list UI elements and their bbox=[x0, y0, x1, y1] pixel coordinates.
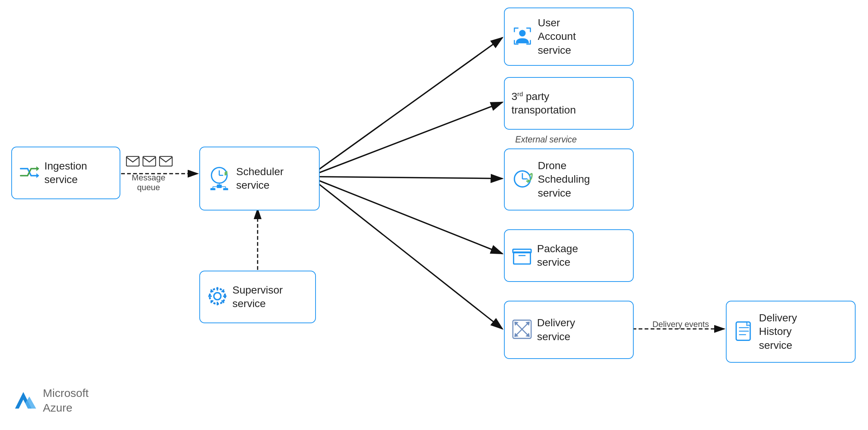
svg-rect-20 bbox=[223, 188, 228, 190]
delivery-history-service-label: DeliveryHistoryservice bbox=[759, 311, 797, 352]
svg-line-44 bbox=[516, 324, 522, 329]
third-party-service-label: 3rd partytransportation bbox=[511, 90, 576, 117]
user-account-icon bbox=[511, 25, 533, 48]
svg-rect-13 bbox=[143, 156, 156, 166]
svg-marker-11 bbox=[36, 166, 39, 171]
svg-line-6 bbox=[317, 177, 502, 179]
delivery-history-icon bbox=[733, 321, 754, 343]
delivery-history-service-box: DeliveryHistoryservice bbox=[726, 301, 856, 363]
svg-line-50 bbox=[516, 329, 522, 335]
azure-logo-text: MicrosoftAzure bbox=[43, 386, 89, 415]
scheduler-icon bbox=[207, 165, 232, 192]
ingestion-service-label: Ingestionservice bbox=[44, 159, 87, 187]
svg-rect-41 bbox=[513, 249, 531, 253]
svg-line-8 bbox=[317, 182, 502, 329]
scheduler-service-box: Schedulerservice bbox=[199, 147, 320, 210]
drone-scheduling-icon bbox=[511, 168, 533, 191]
svg-marker-10 bbox=[36, 173, 39, 178]
svg-line-5 bbox=[317, 102, 502, 174]
supervisor-service-label: Supervisorservice bbox=[232, 283, 283, 311]
package-service-label: Packageservice bbox=[537, 242, 578, 270]
svg-rect-14 bbox=[159, 156, 172, 166]
azure-icon bbox=[15, 389, 38, 412]
svg-line-7 bbox=[317, 180, 502, 254]
svg-point-35 bbox=[519, 30, 525, 36]
svg-line-4 bbox=[317, 38, 502, 171]
package-icon bbox=[511, 244, 533, 267]
svg-line-46 bbox=[522, 329, 528, 335]
svg-rect-40 bbox=[514, 252, 531, 264]
svg-rect-19 bbox=[210, 188, 215, 190]
user-account-service-label: UserAccountservice bbox=[538, 16, 576, 57]
user-account-service-box: UserAccountservice bbox=[504, 8, 634, 66]
drone-scheduling-service-label: DroneSchedulingservice bbox=[538, 159, 590, 200]
delivery-events-label: Delivery events bbox=[641, 319, 720, 329]
message-queue-icons bbox=[126, 156, 173, 167]
ingestion-icon bbox=[19, 162, 40, 184]
supervisor-icon bbox=[207, 286, 228, 308]
azure-logo: MicrosoftAzure bbox=[15, 386, 89, 415]
third-party-service-box: 3rd partytransportation bbox=[504, 77, 634, 130]
delivery-icon bbox=[511, 319, 533, 341]
delivery-service-label: Deliveryservice bbox=[537, 316, 575, 344]
drone-scheduling-service-box: DroneSchedulingservice bbox=[504, 148, 634, 210]
package-service-box: Packageservice bbox=[504, 229, 634, 282]
supervisor-service-box: Supervisorservice bbox=[199, 271, 316, 323]
svg-point-25 bbox=[214, 293, 221, 300]
delivery-service-box: Deliveryservice bbox=[504, 301, 634, 359]
external-service-label: External service bbox=[515, 135, 577, 145]
ingestion-service-box: Ingestionservice bbox=[11, 147, 120, 199]
message-queue-label: Messagequeue bbox=[126, 173, 171, 192]
svg-line-48 bbox=[522, 324, 528, 329]
scheduler-service-label: Schedulerservice bbox=[236, 165, 284, 192]
svg-rect-12 bbox=[126, 156, 139, 166]
